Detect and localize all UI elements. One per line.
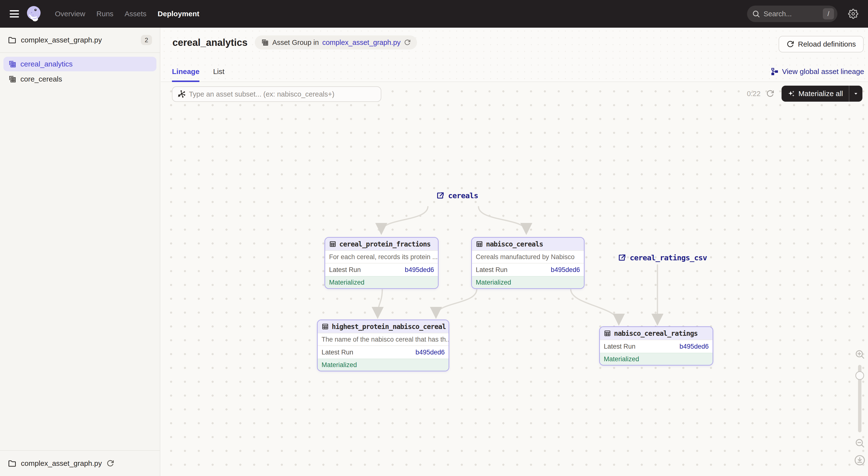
view-global-asset-lineage-link[interactable]: View global asset lineage [770,67,864,76]
zoom-out-icon[interactable] [855,438,865,448]
tab-lineage[interactable]: Lineage [172,67,199,82]
asset-group-header: cereal_analytics Asset Group in complex_… [161,28,868,82]
asset-subset-icon [177,90,186,99]
asset-name: cereal_protein_fractions [339,240,431,248]
top-navigation-bar: Overview Runs Assets Deployment / [0,0,868,28]
nav-overview[interactable]: Overview [55,10,85,18]
asset-subset-filter[interactable] [172,87,381,102]
footer-code-location-name: complex_asset_graph.py [21,459,102,468]
materialize-all-label: Materialize all [799,90,843,98]
hamburger-menu-icon[interactable] [10,10,19,18]
nav-deployment[interactable]: Deployment [158,10,199,18]
asset-group-icon [8,60,17,68]
asset-name: nabisco_cereal_ratings [614,330,698,337]
asset-name: nabisco_cereals [486,240,543,248]
search-shortcut-badge: / [823,8,834,20]
code-location-header[interactable]: complex_asset_graph.py 2 [0,28,160,53]
asset-name: highest_protein_nabisco_cereal [332,323,446,331]
reload-definitions-button[interactable]: Reload definitions [779,36,864,53]
asset-node-nabisco-cereal-ratings[interactable]: nabisco_cereal_ratings Latest Run b495de… [599,326,713,366]
sidebar-item-core-cereals[interactable]: core_cereals [3,72,156,87]
search-input[interactable] [764,10,805,18]
asset-node-highest-protein-nabisco-cereal[interactable]: highest_protein_nabisco_cereal The name … [317,319,449,371]
external-link-icon [436,191,445,200]
zoom-in-icon[interactable] [855,349,865,360]
dagster-app: Overview Runs Assets Deployment / comple [0,0,868,476]
zoom-slider-handle[interactable] [856,371,864,380]
latest-run-label: Latest Run [604,343,636,350]
top-nav-links: Overview Runs Assets Deployment [55,10,199,18]
external-link-icon [618,253,626,262]
code-location-sidebar: complex_asset_graph.py 2 cereal_analytic… [0,28,160,476]
search-icon [752,10,760,18]
global-lineage-label: View global asset lineage [782,67,864,76]
external-asset-cereal-ratings-csv[interactable]: cereal_ratings_csv [618,253,707,262]
refresh-icon[interactable] [404,39,411,46]
sidebar-item-label: cereal_analytics [21,60,73,68]
sidebar-item-label: core_cereals [21,75,62,83]
folder-icon [8,459,17,468]
zoom-slider[interactable] [858,365,862,432]
sidebar-footer: complex_asset_graph.py [0,450,160,476]
run-id-link[interactable]: b495ded6 [551,266,580,274]
table-icon [476,240,483,248]
external-asset-label: cereal_ratings_csv [630,253,707,262]
asset-node-nabisco-cereals[interactable]: nabisco_cereals Cereals manufactured by … [471,237,585,289]
materialize-cluster: 0:22 Materialize all [747,86,862,102]
asset-group-count-badge: 2 [141,35,152,45]
view-tabs: Lineage List [172,67,224,82]
dagster-logo[interactable] [26,6,42,22]
edge-nabisco-to-ratings [571,289,619,323]
reload-location-icon[interactable] [106,460,114,467]
main-content: cereal_analytics Asset Group in complex_… [161,28,868,476]
sparkle-icon [787,90,795,98]
download-graph-icon[interactable] [854,455,865,466]
zoom-controls [854,349,866,466]
status-badge: Materialized [472,276,584,288]
edge-cereals-to-nabisco-cereals [478,206,526,232]
nav-runs[interactable]: Runs [96,10,114,18]
asset-description: Cereals manufactured by Nabisco [472,250,584,263]
code-location-name: complex_asset_graph.py [21,36,102,44]
status-badge: Materialized [600,353,713,365]
external-asset-label: cereals [448,191,478,200]
asset-group-badge: Asset Group in complex_asset_graph.py [255,35,417,49]
materialize-all-button[interactable]: Materialize all [781,86,862,102]
tab-list[interactable]: List [213,67,224,82]
refresh-graph-icon[interactable] [766,90,774,98]
sidebar-item-cereal-analytics[interactable]: cereal_analytics [3,57,156,71]
reload-icon [786,40,794,48]
table-icon [329,240,336,248]
asset-group-list: cereal_analytics core_cereals [0,53,160,87]
status-badge: Materialized [325,276,438,288]
nav-assets[interactable]: Assets [125,10,147,18]
asset-node-cereal-protein-fractions[interactable]: cereal_protein_fractions For each cereal… [324,237,439,289]
code-location-link[interactable]: complex_asset_graph.py [322,39,401,46]
external-asset-cereals[interactable]: cereals [436,191,478,200]
asset-subset-input[interactable] [189,90,376,98]
latest-run-label: Latest Run [329,266,361,274]
asset-group-icon [8,75,17,83]
query-timer: 0:22 [747,90,761,98]
lineage-graph-icon [770,67,779,76]
page-title: cereal_analytics [173,37,247,48]
settings-gear-icon[interactable] [848,9,858,19]
chevron-down-icon [853,91,859,97]
materialize-options-dropdown[interactable] [849,86,862,102]
reload-definitions-label: Reload definitions [798,40,856,48]
run-id-link[interactable]: b495ded6 [405,266,434,274]
folder-icon [8,36,17,44]
table-icon [604,330,611,337]
asset-description: For each cereal, records its protein ... [325,250,438,263]
edge-protein-to-highest-protein [378,289,382,316]
run-id-link[interactable]: b495ded6 [680,343,709,350]
run-id-link[interactable]: b495ded6 [415,349,445,356]
asset-description: The name of the nabisco cereal that has … [318,333,448,345]
latest-run-label: Latest Run [476,266,507,274]
global-search[interactable]: / [747,6,837,22]
asset-lineage-graph[interactable]: 0:22 Materialize all [161,82,868,476]
edge-cereals-to-protein-fractions [381,206,428,232]
asset-group-icon [261,39,269,46]
edge-nabisco-to-highest-protein [436,289,477,316]
status-badge: Materialized [318,359,448,371]
